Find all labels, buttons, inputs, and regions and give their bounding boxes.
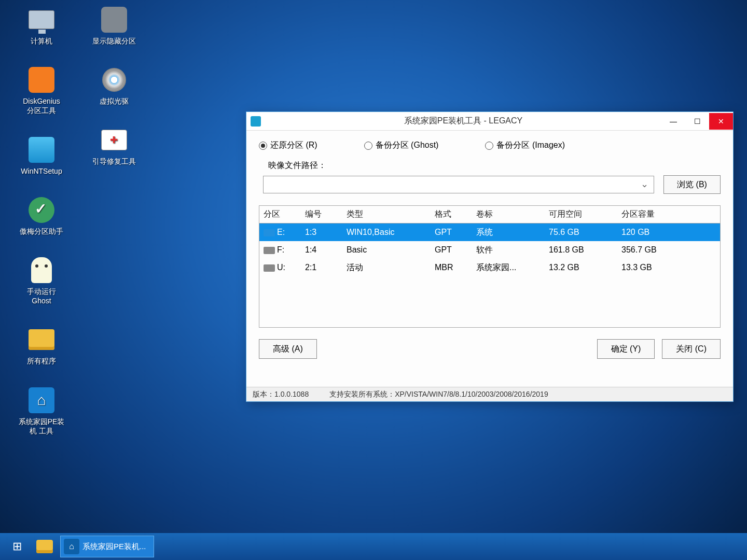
desktop-icon-cd[interactable]: 虚拟光驱: [83, 65, 145, 106]
computer-icon: [27, 5, 56, 34]
version-label: 版本：1.0.0.1088: [253, 390, 309, 399]
desktop-icon-computer[interactable]: 计算机: [10, 5, 73, 46]
icon-label: WinNTSetup: [21, 166, 62, 176]
disk-icon: [264, 229, 275, 236]
icon-label: 计算机: [31, 36, 52, 46]
nt-icon: [27, 135, 56, 164]
maximize-button[interactable]: ☐: [685, 113, 709, 130]
icon-label: 引导修复工具: [92, 157, 136, 166]
desktop-icon-nt[interactable]: WinNTSetup: [10, 135, 73, 176]
radio-circle-icon: [364, 142, 372, 150]
image-path-select[interactable]: [263, 176, 654, 193]
start-button[interactable]: ⊞: [5, 536, 29, 557]
icon-label: 系统家园PE装 机 工具: [19, 417, 65, 436]
radio-circle-icon: [485, 142, 493, 150]
statusbar: 版本：1.0.0.1088 支持安装所有系统：XP/VISTA/WIN7/8/8…: [246, 387, 733, 401]
table-body: E:1:3WIN10,BasicGPT系统75.6 GB120 GBF:1:4B…: [259, 223, 720, 327]
pe-icon: [27, 386, 56, 415]
table-row[interactable]: F:1:4BasicGPT软件161.8 GB356.7 GB: [259, 241, 720, 259]
ok-button[interactable]: 确定 (Y): [597, 339, 655, 359]
radio-dot-icon: [259, 142, 267, 150]
desktop-icon-check[interactable]: 傲梅分区助手: [10, 195, 73, 236]
ghost-icon: [27, 256, 56, 285]
icon-label: DiskGenius 分区工具: [23, 96, 60, 115]
radio-backup-ghost[interactable]: 备份分区 (Ghost): [364, 140, 439, 151]
support-label: 支持安装所有系统：XP/VISTA/WIN7/8/8.1/10/2003/200…: [329, 390, 727, 399]
taskbar: ⊞ ⌂ 系统家园PE装机...: [0, 533, 747, 560]
app-icon: [251, 116, 261, 127]
partition-table: 分区 编号 类型 格式 卷标 可用空间 分区容量 E:1:3WIN10,Basi…: [259, 205, 721, 328]
icon-label: 显示隐藏分区: [92, 36, 136, 46]
folder-icon: [27, 325, 56, 354]
table-header: 分区 编号 类型 格式 卷标 可用空间 分区容量: [259, 206, 720, 223]
desktop-icon-hidden[interactable]: 显示隐藏分区: [83, 5, 145, 46]
desktop-icon-ghost[interactable]: 手动运行 Ghost: [10, 256, 73, 305]
file-explorer-icon[interactable]: [34, 536, 55, 557]
titlebar[interactable]: 系统家园PE装机工具 - LEGACY — ☐ ✕: [246, 112, 733, 131]
icon-label: 傲梅分区助手: [20, 227, 63, 236]
desktop-icon-pe[interactable]: 系统家园PE装 机 工具: [10, 386, 73, 436]
table-row[interactable]: E:1:3WIN10,BasicGPT系统75.6 GB120 GB: [259, 223, 720, 241]
browse-button[interactable]: 浏览 (B): [663, 175, 721, 194]
icon-label: 所有程序: [27, 356, 56, 366]
icon-label: 虚拟光驱: [100, 96, 129, 106]
icon-label: 手动运行 Ghost: [27, 287, 56, 305]
taskbar-app-icon: ⌂: [64, 539, 79, 554]
desktop: 计算机DiskGenius 分区工具WinNTSetup傲梅分区助手手动运行 G…: [0, 0, 747, 560]
dg-icon: [27, 65, 56, 94]
pe-installer-window: 系统家园PE装机工具 - LEGACY — ☐ ✕ 还原分区 (R) 备份分区 …: [246, 111, 734, 402]
check-icon: [27, 195, 56, 225]
desktop-icon-folder[interactable]: 所有程序: [10, 325, 73, 366]
hidden-icon: [100, 5, 129, 34]
desktop-icon-box[interactable]: 引导修复工具: [83, 125, 145, 166]
table-row[interactable]: U:2:1活动MBR系统家园...13.2 GB13.3 GB: [259, 259, 720, 276]
advanced-button[interactable]: 高级 (A): [259, 339, 317, 359]
window-title: 系统家园PE装机工具 - LEGACY: [265, 116, 661, 127]
desktop-icons-col2: 显示隐藏分区虚拟光驱引导修复工具: [83, 0, 145, 166]
radio-backup-imagex[interactable]: 备份分区 (Imagex): [485, 140, 565, 151]
radio-restore[interactable]: 还原分区 (R): [259, 140, 317, 151]
close-dialog-button[interactable]: 关闭 (C): [662, 339, 721, 359]
disk-icon: [264, 264, 275, 272]
disk-icon: [264, 247, 275, 254]
desktop-icons-col1: 计算机DiskGenius 分区工具WinNTSetup傲梅分区助手手动运行 G…: [0, 0, 73, 487]
box-icon: [100, 125, 129, 155]
close-button[interactable]: ✕: [709, 113, 733, 130]
cd-icon: [100, 65, 129, 94]
image-path-label: 映像文件路径：: [268, 160, 326, 171]
minimize-button[interactable]: —: [661, 113, 685, 130]
desktop-icon-dg[interactable]: DiskGenius 分区工具: [10, 65, 73, 115]
taskbar-app[interactable]: ⌂ 系统家园PE装机...: [60, 536, 154, 557]
